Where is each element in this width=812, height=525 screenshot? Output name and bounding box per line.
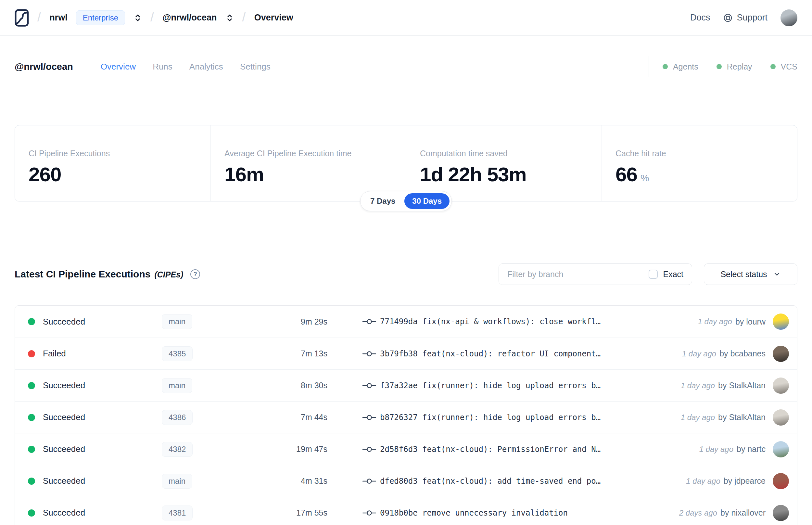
git-commit-icon [362, 509, 377, 517]
range-option-7-days[interactable]: 7 Days [363, 193, 403, 209]
branch-pill[interactable]: 4382 [162, 442, 193, 457]
cipe-row[interactable]: Succeeded 4382 19m 47s 2d58f6d3 feat(nx-… [15, 433, 797, 465]
branch-pill[interactable]: 4385 [162, 346, 193, 361]
green-dot-icon [717, 64, 722, 69]
exact-checkbox[interactable] [649, 270, 658, 279]
git-commit-icon [362, 445, 377, 453]
cipe-author: by bcabanes [719, 349, 766, 358]
status-dot [28, 350, 35, 357]
cipe-row[interactable]: Failed 4385 7m 13s 3b79fb38 feat(nx-clou… [15, 338, 797, 370]
cipe-title-text: Latest CI Pipeline Executions [15, 269, 150, 280]
branch-cell: 4385 [155, 346, 233, 361]
cipe-author: by nixallover [720, 508, 766, 518]
cipe-duration: 7m 13s [233, 349, 327, 358]
commit-message[interactable]: f37a32ae fix(runner): hide log upload er… [380, 381, 600, 390]
cipe-time-ago: 1 day ago [682, 349, 716, 358]
cipe-status: Succeeded [43, 508, 155, 518]
cipe-time-ago: 1 day ago [699, 445, 733, 454]
stat-card: Cache hit rate66% [601, 125, 797, 201]
branch-pill[interactable]: main [162, 474, 192, 489]
status-link-agents[interactable]: Agents [663, 62, 698, 72]
workspace-selector-chevrons-icon[interactable] [226, 13, 234, 23]
help-icon[interactable]: ? [190, 269, 200, 279]
status-dot [28, 382, 35, 389]
cipe-time-ago: 1 day ago [686, 477, 720, 486]
commit-message[interactable]: 3b79fb38 feat(nx-cloud): refactor UI com… [380, 349, 600, 358]
breadcrumb-separator: / [37, 10, 41, 24]
branch-pill[interactable]: main [162, 314, 192, 329]
cipe-duration: 17m 55s [233, 508, 327, 518]
breadcrumb-separator: / [242, 10, 246, 24]
git-commit-icon [362, 381, 377, 390]
tab-runs[interactable]: Runs [153, 62, 172, 72]
commit-message[interactable]: 2d58f6d3 feat(nx-cloud): PermissionError… [380, 445, 600, 454]
breadcrumb-org[interactable]: nrwl [49, 13, 67, 23]
cipe-row[interactable]: Succeeded main 4m 31s dfed80d3 feat(nx-c… [15, 465, 797, 497]
branch-cell: main [155, 378, 233, 393]
workspace-bar: @nrwl/ocean OverviewRunsAnalyticsSetting… [0, 52, 812, 81]
status-dot [28, 446, 35, 453]
cipe-row[interactable]: Succeeded 4381 17m 55s 0918b0be remove u… [15, 497, 797, 525]
stat-card: Computation time saved1d 22h 53m [406, 125, 601, 201]
tab-settings[interactable]: Settings [240, 62, 271, 72]
workspace-tabs: OverviewRunsAnalyticsSettings [101, 62, 271, 72]
green-dot-icon [663, 64, 668, 69]
commit-message[interactable]: 771499da fix(nx-api & workflows): close … [380, 317, 600, 326]
user-avatar[interactable] [781, 10, 797, 26]
stat-value: 66% [615, 163, 797, 186]
stat-label: Cache hit rate [615, 149, 797, 158]
exact-label: Exact [663, 270, 684, 279]
branch-pill[interactable]: 4386 [162, 410, 193, 425]
breadcrumb: / nrwl Enterprise / @nrwl/ocean / Overvi… [15, 9, 293, 27]
status-link-vcs[interactable]: VCS [770, 62, 797, 72]
tab-analytics[interactable]: Analytics [189, 62, 223, 72]
status-dot [28, 414, 35, 421]
author-avatar [773, 473, 789, 489]
select-status-label: Select status [720, 270, 767, 279]
range-option-30-days[interactable]: 30 Days [404, 193, 449, 209]
lifebuoy-icon [723, 13, 733, 23]
cipe-author: by StalkAltan [718, 381, 766, 390]
support-label: Support [737, 13, 767, 23]
cipe-title: Latest CI Pipeline Executions(CIPEs) [15, 269, 183, 280]
stat-card: Average CI Pipeline Execution time16m [211, 125, 406, 201]
chevron-down-icon [773, 270, 781, 278]
status-link-label: Replay [727, 62, 752, 72]
breadcrumb-page: Overview [254, 13, 293, 23]
branch-pill[interactable]: 4381 [162, 506, 193, 521]
nx-cloud-logo-icon[interactable] [15, 9, 29, 27]
status-dot [28, 509, 35, 516]
cipe-row[interactable]: Succeeded main 8m 30s f37a32ae fix(runne… [15, 370, 797, 401]
commit-message[interactable]: 0918b0be remove unnecessary invalidation [380, 508, 568, 518]
stat-card: CI Pipeline Executions260 [15, 125, 211, 201]
breadcrumb-workspace[interactable]: @nrwl/ocean [163, 13, 217, 23]
select-status-dropdown[interactable]: Select status [704, 264, 797, 285]
cipe-row[interactable]: Succeeded main 9m 29s 771499da fix(nx-ap… [15, 306, 797, 338]
docs-link[interactable]: Docs [690, 13, 710, 23]
cipe-duration: 9m 29s [233, 317, 327, 327]
branch-filter-input[interactable] [499, 264, 640, 285]
cipe-status: Succeeded [43, 317, 155, 327]
status-link-label: Agents [673, 62, 698, 72]
commit-message[interactable]: dfed80d3 feat(nx-cloud): add time-saved … [380, 477, 600, 486]
tab-overview[interactable]: Overview [101, 62, 136, 72]
status-dot [28, 318, 35, 325]
branch-pill[interactable]: main [162, 378, 192, 393]
author-avatar [773, 505, 789, 521]
git-commit-icon [362, 477, 377, 485]
cipe-row[interactable]: Succeeded 4386 7m 44s b8726327 fix(runne… [15, 401, 797, 433]
commit-message[interactable]: b8726327 fix(runner): hide log upload er… [380, 413, 600, 422]
author-avatar [773, 441, 789, 457]
status-link-replay[interactable]: Replay [717, 62, 752, 72]
branch-cell: 4381 [155, 506, 233, 521]
cipe-time-ago: 1 day ago [698, 317, 732, 326]
cipe-table: Succeeded main 9m 29s 771499da fix(nx-ap… [15, 305, 797, 525]
support-link[interactable]: Support [723, 13, 767, 23]
branch-cell: main [155, 314, 233, 329]
cipe-meta: 1 day ago by StalkAltan [681, 381, 766, 390]
org-selector-chevrons-icon[interactable] [134, 13, 142, 23]
cipe-status: Succeeded [43, 444, 155, 454]
status-dot [28, 478, 35, 485]
cipe-duration: 8m 30s [233, 381, 327, 390]
stat-label: CI Pipeline Executions [29, 149, 211, 158]
